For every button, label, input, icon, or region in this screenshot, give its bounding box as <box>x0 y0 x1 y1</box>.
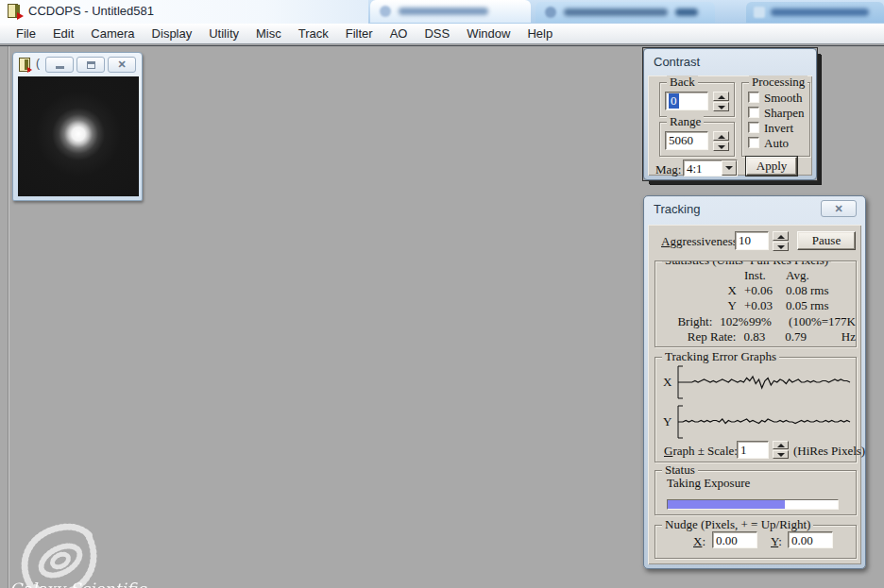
statistics-table: Inst. Avg. X +0.06 0.08 rms Y +0.03 0.05… <box>655 268 856 344</box>
exposure-progress-fill <box>668 500 785 509</box>
tracking-dialog: Tracking ✕ Aggressiveness: 10 Pause Stat… <box>643 195 866 569</box>
checkbox-row: Auto <box>742 136 809 150</box>
minimize-button[interactable] <box>45 57 74 73</box>
back-group: Back 0 <box>659 82 735 117</box>
galaxy-logo <box>11 518 106 588</box>
menu-window[interactable]: Window <box>458 25 518 42</box>
statistics-label: Statistics (Units=Full Res Pixels) <box>662 260 831 267</box>
graph-scale-input[interactable]: 1 <box>737 441 769 459</box>
spin-up-icon[interactable] <box>713 131 729 141</box>
menu-bar: File Edit Camera Display Utility Misc Tr… <box>0 24 884 44</box>
document-icon <box>19 58 30 72</box>
status-text: Taking Exposure <box>667 476 750 491</box>
menu-edit[interactable]: Edit <box>44 25 82 42</box>
tracking-title[interactable]: Tracking <box>654 202 700 216</box>
contrast-client: Back 0 Range 5060 <box>648 76 812 176</box>
menu-file[interactable]: File <box>8 25 44 42</box>
x-graph-label: X <box>663 375 672 390</box>
mag-combobox[interactable]: 4:1 <box>683 160 738 176</box>
menu-help[interactable]: Help <box>518 25 561 42</box>
back-spinner[interactable] <box>713 92 729 111</box>
stats-x-row: X +0.06 0.08 rms <box>655 283 856 298</box>
range-spinner[interactable] <box>713 131 729 151</box>
range-input[interactable]: 5060 <box>665 131 708 150</box>
menu-display[interactable]: Display <box>144 25 201 42</box>
y-graph-label: Y <box>663 414 672 429</box>
nudge-y-label: Y: <box>771 534 782 549</box>
mag-label: Mag: <box>655 162 681 177</box>
stats-header-row: Inst. Avg. <box>655 268 856 283</box>
nudge-group: Nudge (Pixels, + = Up/Right) X: 0.00 Y: … <box>654 525 857 559</box>
image-window-title: ( <box>36 57 40 70</box>
window-frame-edge <box>8 46 9 588</box>
menu-misc[interactable]: Misc <box>247 25 290 42</box>
avg-header: Avg. <box>786 268 842 283</box>
aggressiveness-input[interactable]: 10 <box>735 231 769 250</box>
window-title: CCDOPS - Untitled581 <box>28 4 154 18</box>
status-group: Status Taking Exposure <box>654 470 857 515</box>
spin-down-icon[interactable] <box>773 242 789 251</box>
back-label: Back <box>667 76 698 89</box>
smooth-checkbox[interactable] <box>748 92 759 103</box>
tracking-close-button[interactable]: ✕ <box>821 200 857 217</box>
menu-track[interactable]: Track <box>290 25 337 42</box>
processing-group: Processing Smooth Sharpen Invert <box>741 82 810 157</box>
restore-button[interactable] <box>76 57 105 73</box>
tab-title-blur <box>675 8 698 16</box>
browser-tab-2[interactable] <box>536 2 715 23</box>
aggressiveness-value: 10 <box>739 233 751 248</box>
auto-checkbox[interactable] <box>748 137 759 148</box>
back-value: 0 <box>669 93 679 109</box>
browser-tab-1[interactable] <box>370 0 531 23</box>
combo-dropdown-button[interactable] <box>722 160 737 176</box>
smooth-label: Smooth <box>764 91 802 106</box>
nudge-y-input[interactable]: 0.00 <box>788 531 833 548</box>
menu-utility[interactable]: Utility <box>200 25 247 42</box>
exposure-progress-bar <box>667 499 839 510</box>
tab-title-blur <box>771 8 869 16</box>
spin-down-icon[interactable] <box>773 450 789 459</box>
browser-tab-3[interactable] <box>746 2 884 23</box>
sharpen-checkbox[interactable] <box>748 107 759 118</box>
pause-button[interactable]: Pause <box>797 231 856 250</box>
contrast-frame: Contrast Back 0 Range 5060 <box>643 48 817 180</box>
stats-reprate-row: Rep Rate: 0.83 0.79 Hz <box>655 329 856 344</box>
menu-dss[interactable]: DSS <box>416 25 458 42</box>
y-error-graph <box>672 401 854 443</box>
contrast-title[interactable]: Contrast <box>654 55 700 69</box>
spin-up-icon[interactable] <box>713 92 729 101</box>
tracking-error-graphs-group: Tracking Error Graphs X Y Graph ± Scale:… <box>654 357 857 462</box>
graph-scale-units: (HiRes Pixels) <box>793 444 865 459</box>
nudge-y-value: 0.00 <box>791 533 813 548</box>
tracking-client: Aggressiveness: 10 Pause Statistics (Uni… <box>648 225 861 564</box>
status-label: Status <box>662 463 698 477</box>
nudge-x-value: 0.00 <box>716 533 738 548</box>
inst-header: Inst. <box>737 268 786 283</box>
menu-ao[interactable]: AO <box>382 25 416 42</box>
mag-value: 4:1 <box>687 161 703 176</box>
menu-camera[interactable]: Camera <box>82 25 143 42</box>
aggressiveness-spinner[interactable] <box>773 231 789 251</box>
checkbox-row: Sharpen <box>742 106 809 120</box>
back-input[interactable]: 0 <box>665 92 708 110</box>
apply-button[interactable]: Apply <box>746 157 797 176</box>
nudge-x-input[interactable]: 0.00 <box>712 531 757 548</box>
auto-label: Auto <box>764 136 789 151</box>
close-button[interactable]: ✕ <box>108 57 136 73</box>
spin-up-icon[interactable] <box>773 441 789 449</box>
sharpen-label: Sharpen <box>764 106 805 121</box>
invert-checkbox[interactable] <box>748 122 759 133</box>
image-window[interactable]: ( ✕ <box>12 52 143 201</box>
invert-label: Invert <box>764 121 793 136</box>
nudge-x-label: X: <box>693 534 706 549</box>
menu-filter[interactable]: Filter <box>337 25 382 42</box>
nudge-label: Nudge (Pixels, + = Up/Right) <box>662 518 813 531</box>
restore-icon <box>87 61 95 69</box>
spin-down-icon[interactable] <box>713 142 729 151</box>
graph-scale-spinner[interactable] <box>773 441 789 459</box>
spin-up-icon[interactable] <box>773 231 789 241</box>
stats-y-row: Y +0.03 0.05 rms <box>655 298 856 313</box>
ccdops-app-icon <box>7 4 22 19</box>
spin-down-icon[interactable] <box>713 102 729 111</box>
ccd-image-star[interactable] <box>18 76 139 196</box>
